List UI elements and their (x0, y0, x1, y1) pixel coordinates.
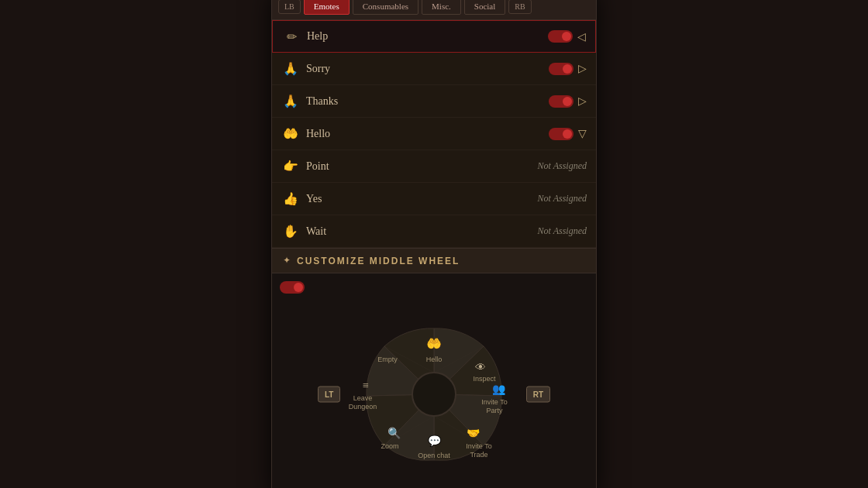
svg-text:Leave: Leave (353, 394, 373, 402)
emote-action-icon-help: ◁ (577, 30, 586, 43)
emote-name-wait: Wait (306, 225, 538, 238)
emote-row-help[interactable]: ✏Help◁ (272, 20, 596, 53)
emote-controls-help: ◁ (548, 30, 586, 43)
svg-point-0 (412, 373, 456, 416)
emote-toggle-help[interactable] (548, 30, 573, 43)
emote-toggle-hello[interactable] (549, 128, 574, 140)
svg-text:👥: 👥 (492, 383, 506, 396)
customize-section: ✦ CUSTOMIZE MIDDLE WHEEL LT RT (272, 249, 596, 488)
svg-text:Dungeon: Dungeon (349, 403, 377, 411)
emote-controls-hello: ▽ (549, 127, 587, 140)
emote-controls-point: Not Assigned (538, 160, 587, 172)
tab-misc[interactable]: Misc. (422, 0, 461, 15)
svg-text:💬: 💬 (428, 435, 442, 448)
wheel-toggle[interactable] (280, 281, 305, 294)
emote-name-sorry: Sorry (306, 63, 549, 75)
emote-action-icon-sorry: ▷ (578, 62, 587, 75)
main-panel: LB Emotes Consumables Misc. Social RB ✏H… (271, 0, 597, 488)
wheel-svg: 🤲 Hello 👁 Inspect 👥 Invite To Party 🤝 In… (310, 301, 558, 487)
svg-text:🔍: 🔍 (388, 427, 401, 440)
emote-row-wait[interactable]: ✋WaitNot Assigned (272, 215, 596, 248)
svg-text:🤝: 🤝 (467, 427, 480, 440)
emote-row-point[interactable]: 👉PointNot Assigned (272, 150, 596, 183)
emote-action-icon-hello: ▽ (578, 127, 587, 140)
emote-icon-hello: 🤲 (281, 125, 300, 143)
svg-text:🤲: 🤲 (426, 336, 442, 351)
svg-text:Party: Party (486, 407, 503, 414)
emote-icon-yes: 👍 (281, 190, 300, 208)
emote-list: ✏Help◁🙏Sorry▷🙏Thanks▷🤲Hello▽👉PointNot As… (272, 20, 596, 248)
emote-controls-thanks: ▷ (549, 95, 587, 108)
tab-social[interactable]: Social (464, 0, 506, 15)
emote-icon-help: ✏ (282, 27, 301, 46)
emote-row-sorry[interactable]: 🙏Sorry▷ (272, 53, 596, 85)
wheel-container: LT RT (310, 301, 558, 487)
wheel-area: LT RT (272, 273, 596, 488)
emote-controls-sorry: ▷ (549, 62, 587, 75)
emote-row-yes[interactable]: 👍YesNot Assigned (272, 183, 596, 215)
emote-name-point: Point (306, 160, 538, 173)
emote-row-thanks[interactable]: 🙏Thanks▷ (272, 85, 596, 118)
svg-text:Invite To: Invite To (466, 442, 491, 450)
emote-assign-text-wait: Not Assigned (538, 225, 587, 237)
emote-icon-point: 👉 (281, 157, 300, 176)
lt-button[interactable]: LT (318, 387, 340, 403)
emote-toggle-thanks[interactable] (549, 95, 574, 108)
tab-bar: LB Emotes Consumables Misc. Social RB (272, 0, 596, 20)
emote-name-hello: Hello (306, 128, 549, 140)
emote-assign-text-point: Not Assigned (538, 160, 587, 172)
customize-icon: ✦ (283, 255, 291, 266)
lb-button[interactable]: LB (278, 0, 301, 14)
emote-action-icon-thanks: ▷ (578, 95, 587, 108)
svg-text:Empty: Empty (377, 356, 398, 363)
svg-text:Hello: Hello (426, 356, 443, 363)
emote-icon-thanks: 🙏 (281, 92, 300, 111)
emote-controls-yes: Not Assigned (538, 193, 587, 204)
emote-list-wrapper: ✏Help◁🙏Sorry▷🙏Thanks▷🤲Hello▽👉PointNot As… (272, 20, 596, 249)
svg-text:Open chat: Open chat (418, 452, 450, 459)
wheel-toggle-container (280, 281, 305, 294)
svg-text:👁: 👁 (475, 362, 486, 373)
svg-text:≡: ≡ (363, 380, 369, 391)
svg-text:Inspect: Inspect (473, 375, 496, 383)
emote-icon-sorry: 🙏 (281, 60, 300, 78)
rt-button[interactable]: RT (526, 387, 550, 403)
tab-consumables[interactable]: Consumables (353, 0, 418, 15)
tab-emotes[interactable]: Emotes (304, 0, 350, 15)
rb-button[interactable]: RB (508, 0, 531, 14)
emote-name-help: Help (307, 30, 548, 43)
emote-name-thanks: Thanks (306, 95, 549, 108)
customize-title: CUSTOMIZE MIDDLE WHEEL (297, 256, 460, 266)
emote-controls-wait: Not Assigned (538, 225, 587, 237)
emote-toggle-sorry[interactable] (549, 63, 574, 75)
customize-header: ✦ CUSTOMIZE MIDDLE WHEEL (272, 249, 596, 273)
emote-assign-text-yes: Not Assigned (538, 193, 587, 204)
svg-text:Zoom: Zoom (381, 442, 398, 450)
emote-row-hello[interactable]: 🤲Hello▽ (272, 118, 596, 150)
emote-icon-wait: ✋ (281, 222, 300, 241)
svg-text:Trade: Trade (470, 451, 487, 459)
emote-name-yes: Yes (306, 193, 538, 205)
svg-text:Invite To: Invite To (481, 398, 507, 406)
